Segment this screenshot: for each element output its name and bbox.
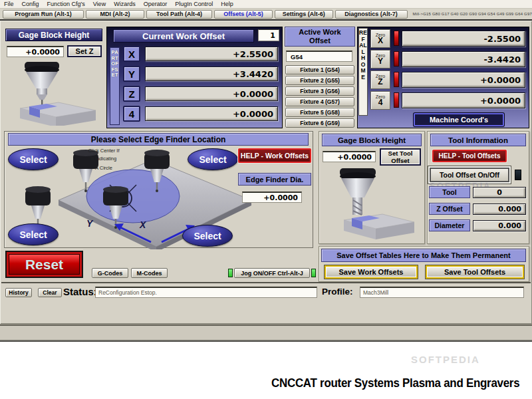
status-divider bbox=[1, 282, 531, 283]
x-home-led bbox=[394, 31, 399, 46]
help-work-offsets-button[interactable]: HELP - Work Offsets bbox=[238, 148, 311, 163]
diameter-value[interactable]: 0.000 bbox=[473, 220, 526, 231]
save-tool-offsets-button[interactable]: Save Tool Offsets bbox=[426, 265, 524, 279]
work-offset-number-field[interactable]: 1 bbox=[258, 29, 279, 41]
tool-information-header: Tool Information bbox=[430, 134, 526, 146]
tool-number-value[interactable]: 0 bbox=[473, 187, 526, 198]
menu-bar: File Config Function Cfg's View Wizards … bbox=[0, 0, 532, 9]
edge-finder-note-line3: A Circle bbox=[73, 165, 134, 171]
help-tool-offsets-button[interactable]: HELP - Tool Offsets bbox=[432, 150, 507, 162]
gcode-modal-line: Mill->G15 G80 G17 G40 G20 G90 G94 G54 G4… bbox=[413, 12, 532, 16]
save-offsets-header: Save Offset Tables Here to Make Them Per… bbox=[321, 249, 526, 262]
profile-value-field: Mach3Mill bbox=[360, 287, 524, 298]
status-value-field: ReConfiguration Estop. bbox=[95, 287, 317, 298]
menu-view[interactable]: View bbox=[89, 0, 110, 9]
axis-4-button[interactable]: 4 bbox=[123, 106, 140, 122]
z-offset-value[interactable]: 0.000 bbox=[473, 203, 526, 215]
current-work-offset-header: Current Work Offset bbox=[113, 29, 254, 43]
edge-finder-dia-label: Edge Finder Dia. bbox=[238, 173, 311, 186]
fixture-5-button[interactable]: Fixture 5 (G58) bbox=[285, 108, 354, 117]
diameter-label: Diameter bbox=[429, 219, 470, 231]
part-offset-z-dro[interactable]: +0.0000 bbox=[145, 86, 278, 101]
tool-number-label: Tool bbox=[429, 186, 470, 198]
reset-button[interactable]: Reset bbox=[5, 251, 83, 278]
menu-plugin-control[interactable]: PlugIn Control bbox=[171, 0, 217, 9]
part-offset-x-dro[interactable]: +2.5500 bbox=[145, 47, 278, 61]
zero-x-axis-label: X bbox=[378, 37, 383, 45]
zero-z-button[interactable]: Zero Z bbox=[370, 70, 390, 89]
active-work-offset-value[interactable]: G54 bbox=[286, 51, 352, 62]
edge-finder-note-line2: If Indicating bbox=[73, 156, 134, 162]
profile-label: Profile: bbox=[322, 287, 353, 297]
zero-z-axis-label: Z bbox=[378, 78, 382, 86]
edge-finder-probe-bottom-left bbox=[25, 186, 51, 229]
axis-x-button[interactable]: X bbox=[123, 46, 140, 62]
axis-z-button[interactable]: Z bbox=[123, 86, 140, 102]
select-top-left-button[interactable]: Select bbox=[8, 148, 59, 170]
y-home-led bbox=[394, 51, 399, 66]
reset-button-face[interactable]: Reset bbox=[9, 254, 80, 275]
jog-on-off-button[interactable]: Jog ON/OFF Ctrl-Alt-J bbox=[234, 268, 310, 278]
zero-y-button[interactable]: Zero Y bbox=[370, 50, 390, 68]
mach3-offsets-screen: File Config Function Cfg's View Wizards … bbox=[0, 0, 532, 399]
history-button[interactable]: History bbox=[5, 288, 32, 297]
tab-offsets[interactable]: Offsets (Alt-5) bbox=[214, 10, 273, 19]
select-bottom-right-button[interactable]: Select bbox=[182, 225, 233, 247]
gage-block-bottom-value[interactable]: +0.0000 bbox=[323, 151, 376, 162]
select-top-right-button[interactable]: Select bbox=[188, 148, 238, 170]
part-offset-4-dro[interactable]: +0.0000 bbox=[145, 106, 278, 121]
menu-help[interactable]: Help bbox=[217, 0, 237, 9]
tool-offset-on-off-button[interactable]: Tool Offset On/Off bbox=[430, 168, 509, 182]
zero-x-button[interactable]: Zero X bbox=[370, 29, 390, 48]
tab-tool-path[interactable]: Tool Path (Alt-4) bbox=[146, 10, 212, 19]
z-offset-label: Z Offset bbox=[429, 203, 470, 215]
machine-z-dro[interactable]: +0.0000 bbox=[402, 72, 525, 88]
fixture-6-button[interactable]: Fixture 6 (G59) bbox=[285, 118, 354, 128]
clear-button[interactable]: Clear bbox=[38, 288, 62, 297]
tab-settings[interactable]: Settings (Alt-6) bbox=[275, 10, 333, 19]
ref-all-home-button[interactable]: REF ALL HOME bbox=[358, 28, 368, 116]
active-work-offset-header: Active Work Offset bbox=[285, 27, 355, 47]
g-codes-button[interactable]: G-Codes bbox=[92, 268, 128, 278]
fixture-1-button[interactable]: Fixture 1 (G54) bbox=[285, 65, 354, 74]
machine-coords-button[interactable]: Machine Coord's bbox=[414, 113, 504, 126]
tab-diagnostics[interactable]: Diagnostics (Alt-7) bbox=[335, 10, 408, 19]
tool-offset-led bbox=[515, 170, 521, 180]
fixture-4-button[interactable]: Fixture 4 (G57) bbox=[285, 97, 354, 106]
save-work-offsets-button[interactable]: Save Work Offsets bbox=[325, 265, 418, 279]
set-tool-offset-button[interactable]: Set Tool Offset bbox=[380, 148, 421, 166]
menu-function-cfgs[interactable]: Function Cfg's bbox=[43, 0, 89, 9]
part-offset-label: PART OFFSET bbox=[110, 47, 120, 125]
z-home-led bbox=[394, 72, 399, 87]
status-label: Status: bbox=[63, 286, 97, 297]
edge-finder-dia-value[interactable]: +0.0000 bbox=[242, 192, 302, 203]
machine-y-dro[interactable]: -3.4420 bbox=[402, 51, 525, 67]
set-z-button[interactable]: Set Z bbox=[67, 45, 102, 57]
fixture-3-button[interactable]: Fixture 3 (G56) bbox=[285, 86, 354, 96]
zero-y-axis-label: Y bbox=[378, 58, 383, 65]
menu-config[interactable]: Config bbox=[18, 0, 43, 9]
menu-wizards[interactable]: Wizards bbox=[110, 0, 140, 9]
fixture-2-button[interactable]: Fixture 2 (G55) bbox=[285, 76, 354, 85]
gage-block-bottom-header: Gage Block Height bbox=[322, 134, 422, 146]
tab-program-run[interactable]: Program Run (Alt-1) bbox=[3, 10, 84, 19]
footer-caption: CNCCAT router Systems Plasma and Engrave… bbox=[271, 376, 519, 390]
tab-bar: Program Run (Alt-1) MDI (Alt-2) Tool Pat… bbox=[0, 9, 532, 19]
edge-finder-note-line1: Click Center If bbox=[73, 148, 134, 154]
tab-mdi[interactable]: MDI (Alt-2) bbox=[86, 10, 144, 19]
menu-operator[interactable]: Operator bbox=[140, 0, 172, 9]
machine-x-dro[interactable]: -2.5500 bbox=[402, 31, 525, 47]
gage-block-height-header: Gage Block Height bbox=[5, 29, 102, 41]
zero-4-axis-label: 4 bbox=[378, 99, 383, 106]
axis-x-illustration-label: X bbox=[139, 219, 147, 230]
select-bottom-left-button[interactable]: Select bbox=[8, 223, 59, 245]
part-offset-y-dro[interactable]: +3.4420 bbox=[145, 66, 278, 81]
gage-block-height-value[interactable]: +0.0000 bbox=[7, 46, 64, 57]
zero-4-button[interactable]: Zero 4 bbox=[370, 91, 390, 110]
menu-file[interactable]: File bbox=[0, 0, 18, 9]
page-footer-area: SOFTPEDIA CNCCAT router Systems Plasma a… bbox=[0, 342, 532, 399]
axis-y-button[interactable]: Y bbox=[123, 66, 140, 82]
jog-led-right bbox=[311, 269, 316, 277]
m-codes-button[interactable]: M-Codes bbox=[131, 268, 168, 278]
machine-4-dro[interactable]: +0.0000 bbox=[402, 92, 525, 108]
